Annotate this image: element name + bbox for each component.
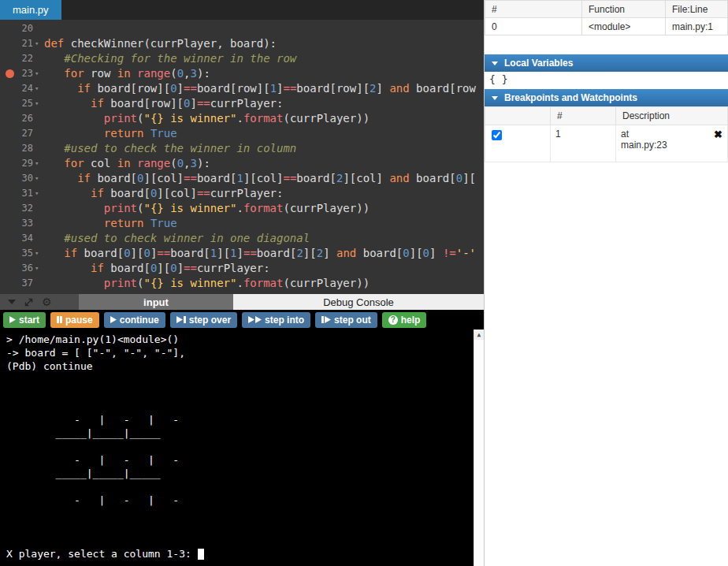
gutter-line-20[interactable]: 20 [0, 21, 44, 36]
call-stack-table: # Function File:Line 0 <module> main.py:… [485, 0, 728, 35]
fold-arrow-icon[interactable]: ▾ [34, 261, 44, 276]
gutter-line-25[interactable]: 25▾ [0, 96, 44, 111]
step-out-button[interactable]: step out [315, 312, 377, 328]
start-label: start [19, 315, 39, 326]
fold-arrow-icon[interactable]: ▾ [34, 156, 44, 171]
col-header-bp-desc: Description [616, 107, 728, 125]
bottom-tab-bar: ⚙ input Debug Console [0, 294, 484, 310]
breakpoints-header[interactable]: Breakpoints and Watchpoints [485, 89, 728, 106]
code-line-30: 30▾ if board[0][col]==board[1][col]==boa… [0, 171, 484, 186]
expand-icon[interactable] [24, 298, 33, 307]
breakpoint-enabled-cell [485, 125, 551, 162]
chevron-down-icon[interactable] [8, 300, 16, 304]
gutter-line-31[interactable]: 31▾ [0, 186, 44, 201]
code-line-20: 20 [0, 21, 484, 36]
call-stack-header-row: # Function File:Line [485, 1, 728, 18]
scroll-up-arrow-icon[interactable]: ▲ [474, 330, 484, 340]
fold-arrow-icon[interactable]: ▾ [34, 81, 44, 96]
console-line: -> board = [ ["-", "-", "-"], [6, 346, 484, 359]
col-header-fileline: File:Line [666, 1, 728, 18]
breakpoints-title: Breakpoints and Watchpoints [504, 92, 637, 103]
breakpoints-header-row: # Description [485, 107, 728, 125]
breakpoint-dot[interactable] [6, 69, 14, 78]
debug-panels: # Function File:Line 0 <module> main.py:… [484, 0, 728, 566]
local-variables-value: { } [485, 72, 728, 89]
console-line: > /home/main.py(1)<module>() [6, 333, 484, 346]
code-editor[interactable]: 2021▾def checkWinner(currPlayer, board):… [0, 20, 484, 296]
local-variables-title: Local Variables [504, 58, 573, 69]
gutter-line-26[interactable]: 26 [0, 111, 44, 126]
col-header-bp-num: # [551, 107, 616, 125]
debug-console-output[interactable]: > /home/main.py(1)<module>()-> board = [… [0, 330, 484, 566]
gutter-line-27[interactable]: 27 [0, 126, 44, 141]
frame-fileline: main.py:1 [666, 18, 728, 35]
gutter-line-37[interactable]: 37 [0, 276, 44, 291]
gutter-line-35[interactable]: 35▾ [0, 246, 44, 261]
code-line-31: 31▾ if board[0][col]==currPlayer: [0, 186, 484, 201]
debug-toolbar: startpausecontinuestep overstep intostep… [0, 310, 484, 330]
tab-debug-console[interactable]: Debug Console [233, 294, 484, 310]
code-line-28: 28 #used to check the winner in column [0, 141, 484, 156]
gutter-line-29[interactable]: 29▾ [0, 156, 44, 171]
step-into-button[interactable]: step into [242, 312, 310, 328]
col-header-function: Function [582, 1, 666, 18]
code-line-36: 36▾ if board[0][0]==currPlayer: [0, 261, 484, 276]
pause-button[interactable]: pause [50, 312, 99, 328]
col-header-num: # [485, 1, 582, 18]
gutter-line-21[interactable]: 21▾ [0, 36, 44, 51]
panel-spacer [485, 35, 728, 54]
fold-arrow-icon[interactable]: ▾ [34, 246, 44, 261]
breakpoint-row[interactable]: 1 at main.py:23 ✖ [485, 125, 728, 162]
console-line: - | - | - [6, 413, 484, 426]
editor-tab-bar: main.py [0, 0, 484, 20]
console-prompt-text: X player, select a column 1-3: [6, 548, 198, 560]
delete-breakpoint-button[interactable]: ✖ [714, 128, 722, 140]
gutter-line-23[interactable]: 23▾ [0, 66, 44, 81]
local-variables-header[interactable]: Local Variables [485, 54, 728, 72]
code-line-22: 22 #Checking for the winner in the row [0, 51, 484, 66]
console-line [6, 520, 484, 534]
console-scrollbar[interactable]: ▲ [474, 330, 484, 566]
gutter-line-36[interactable]: 36▾ [0, 261, 44, 276]
gutter-line-33[interactable]: 33 [0, 216, 44, 231]
console-line: - | - | - [6, 453, 484, 467]
pause-label: pause [65, 315, 93, 326]
help-button[interactable]: ?help [382, 312, 427, 328]
frame-function: <module> [582, 18, 666, 35]
gutter-line-24[interactable]: 24▾ [0, 81, 44, 96]
continue-button[interactable]: continue [104, 312, 165, 328]
fold-arrow-icon[interactable]: ▾ [34, 96, 44, 111]
gutter-line-28[interactable]: 28 [0, 141, 44, 156]
gutter-line-32[interactable]: 32 [0, 201, 44, 216]
console-line [6, 386, 484, 400]
call-stack-row[interactable]: 0 <module> main.py:1 [485, 18, 728, 35]
console-prompt-line: X player, select a column 1-3: [6, 547, 484, 560]
tab-input-label: input [143, 296, 169, 308]
collapse-chevron-icon [492, 61, 498, 65]
breakpoint-enabled-checkbox[interactable] [492, 130, 502, 140]
bottom-bar-icons: ⚙ [0, 294, 79, 310]
breakpoint-desc-cell: at main.py:23 ✖ [616, 125, 728, 162]
fold-arrow-icon[interactable]: ▾ [34, 186, 44, 201]
step-over-button[interactable]: step over [170, 312, 237, 328]
gutter-line-30[interactable]: 30▾ [0, 171, 44, 186]
gutter-line-22[interactable]: 22 [0, 51, 44, 66]
console-line [6, 400, 484, 413]
tab-input[interactable]: input [79, 294, 233, 310]
tab-main-py[interactable]: main.py [0, 0, 61, 20]
code-line-23: 23▾ for row in range(0,3): [0, 66, 484, 81]
start-button[interactable]: start [3, 312, 46, 328]
code-line-29: 29▾ for col in range(0,3): [0, 156, 484, 171]
tab-debug-console-label: Debug Console [323, 296, 394, 308]
console-line: _____|_____|_____ [6, 467, 484, 480]
step-into-label: step into [265, 315, 304, 326]
fold-arrow-icon[interactable]: ▾ [34, 171, 44, 186]
code-line-26: 26 print("{} is winner".format(currPlaye… [0, 111, 484, 126]
fold-arrow-icon[interactable]: ▾ [34, 36, 44, 51]
gear-icon[interactable]: ⚙ [42, 296, 52, 307]
code-line-21: 21▾def checkWinner(currPlayer, board): [0, 36, 484, 51]
console-line [6, 507, 484, 520]
fold-arrow-icon[interactable]: ▾ [34, 66, 44, 81]
breakpoints-table: # Description 1 at main.py:23 ✖ [485, 106, 728, 162]
gutter-line-34[interactable]: 34 [0, 231, 44, 246]
